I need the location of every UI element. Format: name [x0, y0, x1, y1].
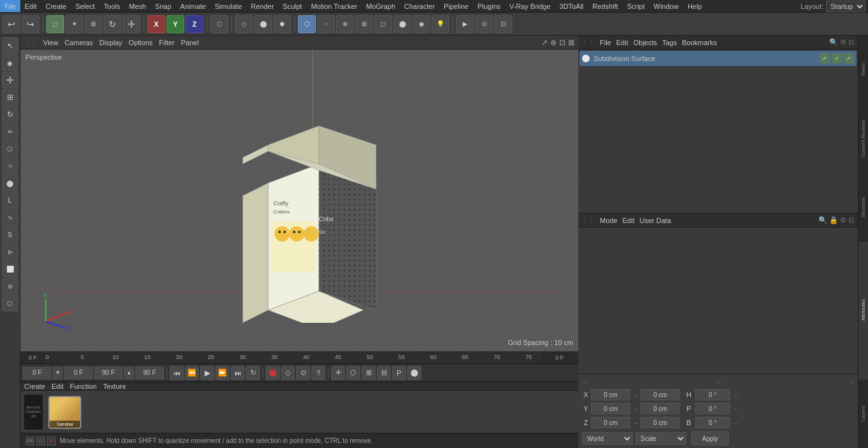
menu-character[interactable]: Character: [400, 0, 439, 12]
motion-clip-button[interactable]: ✛: [331, 366, 345, 380]
om-expand-icon[interactable]: ⊡: [848, 38, 854, 46]
om-tags-menu[interactable]: Tags: [662, 39, 677, 46]
attr-mode-menu[interactable]: Mode: [600, 217, 618, 224]
camera-button[interactable]: ⬡: [298, 15, 316, 33]
menu-file[interactable]: File: [0, 0, 20, 12]
rotate-tool[interactable]: ↻: [2, 106, 18, 123]
mirror-tool[interactable]: ⬜: [2, 261, 18, 277]
viewport-icon-1[interactable]: ↗: [541, 38, 548, 47]
coord-y-size[interactable]: [641, 403, 680, 414]
live-selection-tool[interactable]: ◉: [2, 55, 18, 71]
world-dropdown[interactable]: World Object Parent: [582, 432, 633, 445]
menu-create[interactable]: Create: [41, 0, 71, 12]
model-mode-button[interactable]: ◻: [46, 15, 64, 33]
coord-z-size[interactable]: [641, 417, 680, 428]
menu-render[interactable]: Render: [247, 0, 278, 12]
preview-end-input[interactable]: [135, 367, 164, 379]
play-record-button[interactable]: ⬤: [254, 15, 272, 33]
key-record-button[interactable]: ⊙: [296, 366, 310, 380]
select-arrow-tool[interactable]: ↖: [2, 37, 18, 54]
object-type-button[interactable]: ⬡: [210, 15, 228, 33]
y-axis-button[interactable]: Y: [166, 15, 184, 33]
attr-expand-icon[interactable]: ⊡: [848, 216, 854, 224]
om-bookmarks-menu[interactable]: Bookmarks: [682, 39, 717, 46]
deformer-button[interactable]: ◻: [374, 15, 392, 33]
key-add-button[interactable]: ◇: [281, 366, 295, 380]
weld-tool[interactable]: ⬡: [2, 295, 18, 311]
go-end-button[interactable]: ⏭: [231, 366, 245, 380]
viewport-icon-3[interactable]: ⊡: [559, 38, 566, 47]
obj-check-1[interactable]: ✓: [820, 53, 830, 64]
auto-key-button[interactable]: ⏺: [273, 15, 291, 33]
coord-z-pos[interactable]: [591, 417, 630, 428]
end-frame-input[interactable]: [94, 367, 123, 379]
coord-h-rot[interactable]: [695, 389, 730, 400]
transform-mode-button[interactable]: ✛: [123, 15, 140, 33]
menu-redshift[interactable]: Redshift: [588, 0, 622, 12]
loop-button[interactable]: ↻: [246, 366, 260, 380]
mograph-button[interactable]: ⊞: [355, 15, 373, 33]
render-view-button[interactable]: ▶: [456, 15, 474, 33]
coord-p-rot[interactable]: [695, 403, 730, 414]
viewport-icon-4[interactable]: ⊠: [568, 38, 574, 47]
move-tool[interactable]: ✛: [2, 72, 18, 88]
menu-sculpt[interactable]: Sculpt: [278, 0, 307, 12]
tab-layers[interactable]: Layers: [858, 379, 868, 448]
scale-tool[interactable]: ⊞: [2, 89, 18, 105]
mat-function-menu[interactable]: Function: [70, 383, 97, 390]
menu-pipeline[interactable]: Pipeline: [439, 0, 473, 12]
menu-animate[interactable]: Animate: [176, 0, 210, 12]
playback-help-button[interactable]: ?: [311, 366, 325, 380]
scale-dropdown[interactable]: Scale: [635, 432, 686, 445]
bulb-button[interactable]: 💡: [431, 15, 449, 33]
attr-settings-icon[interactable]: ⚙: [840, 216, 846, 224]
mat-texture-menu[interactable]: Texture: [103, 383, 126, 390]
rotate-mode-button[interactable]: ↻: [104, 15, 121, 33]
mat-create-menu[interactable]: Create: [24, 383, 45, 390]
record-button[interactable]: ◇: [235, 15, 253, 33]
point-tool[interactable]: ⬤: [2, 175, 18, 191]
om-file-menu[interactable]: File: [600, 39, 611, 46]
play-button[interactable]: ▶: [200, 366, 214, 380]
spline-button[interactable]: ○: [317, 15, 335, 33]
edit-mode-button[interactable]: ✦: [65, 15, 83, 33]
interactive-render-button[interactable]: ⊡: [494, 15, 512, 33]
table-row[interactable]: Subdivision Surface ✓ ✓ ✓: [580, 51, 857, 66]
timeline-button[interactable]: ⊟: [377, 366, 391, 380]
camera2-button[interactable]: ◉: [412, 15, 430, 33]
frame-step-down[interactable]: ▼: [53, 367, 63, 379]
material-preview[interactable]: Sandwi: [48, 396, 81, 429]
attr-userdata-menu[interactable]: User Data: [640, 217, 672, 224]
om-settings-icon[interactable]: ⚙: [840, 38, 846, 46]
menu-simulate[interactable]: Simulate: [210, 0, 247, 12]
om-search-icon[interactable]: 🔍: [829, 38, 838, 46]
nurbs-button[interactable]: ⊕: [336, 15, 354, 33]
layout-dropdown[interactable]: Startup: [826, 1, 865, 12]
coord-x-size[interactable]: [641, 389, 680, 400]
current-frame-input[interactable]: [23, 367, 51, 379]
attr-search-icon[interactable]: 🔍: [818, 216, 827, 224]
menu-motion-tracker[interactable]: Motion Tracker: [306, 0, 362, 12]
f-curve-button[interactable]: P: [392, 366, 406, 380]
paint-tool[interactable]: ∿: [2, 209, 18, 226]
z-axis-button[interactable]: Z: [186, 15, 203, 33]
viewport-3d[interactable]: Perspective: [20, 50, 578, 351]
menu-select[interactable]: Select: [71, 0, 100, 12]
om-objects-menu[interactable]: Objects: [634, 39, 657, 46]
viewport-filter-menu[interactable]: Filter: [159, 39, 174, 46]
mat-edit-menu[interactable]: Edit: [51, 383, 64, 390]
coord-y-pos[interactable]: [591, 403, 630, 414]
motion-system-button[interactable]: ⬤: [407, 366, 421, 380]
tab-attributes[interactable]: Attributes: [858, 242, 868, 379]
attr-edit-menu[interactable]: Edit: [623, 217, 635, 224]
coord-x-pos[interactable]: [591, 389, 630, 400]
nla-button[interactable]: ⊞: [362, 366, 376, 380]
menu-plugins[interactable]: Plugins: [473, 0, 505, 12]
knife-tool[interactable]: L: [2, 192, 18, 208]
menu-vray[interactable]: V-Ray Bridge: [505, 0, 555, 12]
menu-3dtoall[interactable]: 3DToAll: [555, 0, 588, 12]
menu-snap[interactable]: Snap: [151, 0, 176, 12]
menu-edit[interactable]: Edit: [20, 0, 41, 12]
viewport-view-menu[interactable]: View: [43, 39, 58, 46]
render-settings-button[interactable]: ⊙: [475, 15, 493, 33]
